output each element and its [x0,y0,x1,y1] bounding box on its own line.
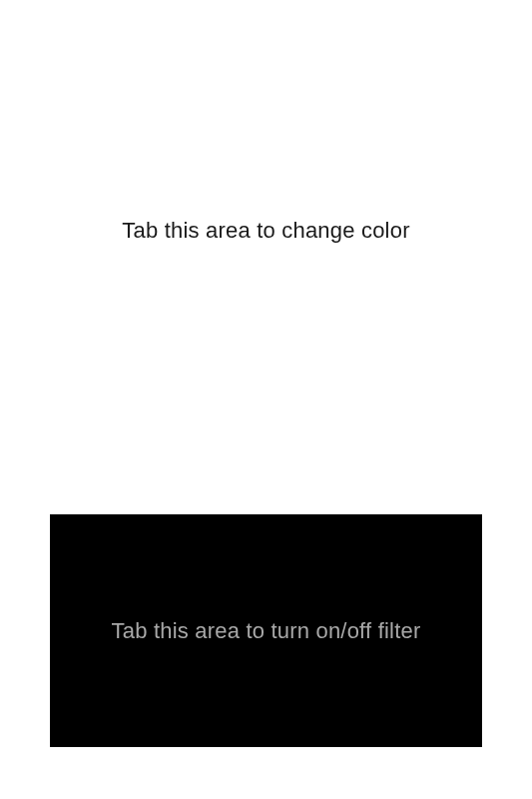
color-change-label: Tab this area to change color [122,218,409,244]
filter-toggle-label: Tab this area to turn on/off filter [112,618,421,644]
color-change-area[interactable]: Tab this area to change color [0,0,532,499]
filter-toggle-area[interactable]: Tab this area to turn on/off filter [50,514,482,747]
